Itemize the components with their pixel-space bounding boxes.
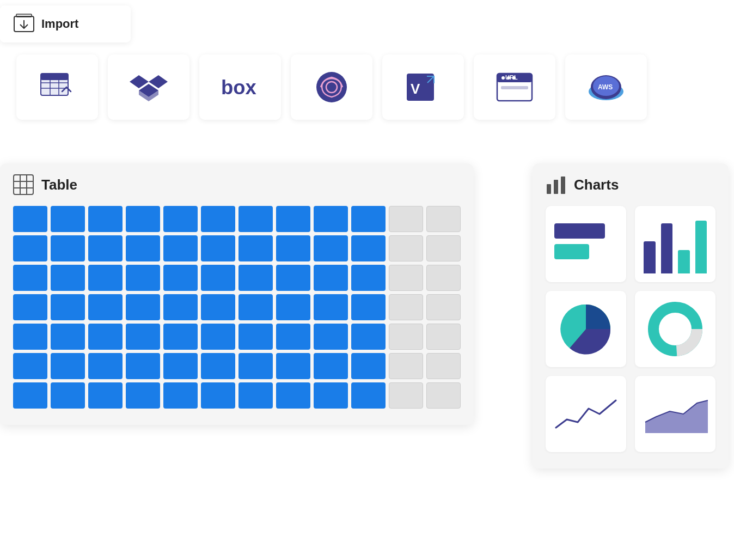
table-row <box>351 235 386 261</box>
chart-tile-donut[interactable] <box>635 291 715 367</box>
table-row <box>351 206 386 232</box>
table-row <box>314 324 348 350</box>
table-row <box>389 206 423 232</box>
table-row <box>426 353 461 379</box>
table-row <box>88 235 123 261</box>
table-row <box>163 324 198 350</box>
table-row <box>126 324 160 350</box>
table-row <box>88 353 123 379</box>
chart-tile-area[interactable] <box>635 376 715 452</box>
table-row <box>201 294 235 320</box>
source-tile-aws[interactable]: AWS <box>565 54 647 120</box>
svg-rect-4 <box>41 74 68 80</box>
svg-rect-24 <box>501 86 528 89</box>
table-row <box>51 382 85 409</box>
table-row <box>88 324 123 350</box>
source-tile-adobe-cc[interactable] <box>291 54 372 120</box>
table-row <box>88 294 123 320</box>
dropbox-icon <box>130 71 168 104</box>
table-row <box>389 353 423 379</box>
table-row <box>389 294 423 320</box>
table-row <box>13 294 47 320</box>
chart-tile-horizontal-bar[interactable] <box>546 206 626 282</box>
line-chart <box>553 392 619 436</box>
aws-icon: AWS <box>587 71 625 104</box>
table-row <box>163 235 198 261</box>
table-row <box>126 294 160 320</box>
table-row <box>126 206 160 232</box>
table-row <box>351 353 386 379</box>
table-row <box>51 206 85 232</box>
table-row <box>163 206 198 232</box>
donut-chart <box>648 302 702 356</box>
charts-card-header: Charts <box>546 174 715 195</box>
table-row <box>126 265 160 291</box>
table-row <box>13 235 47 261</box>
table-row <box>389 382 423 409</box>
table-row <box>126 353 160 379</box>
table-row <box>276 353 310 379</box>
table-row <box>238 353 273 379</box>
svg-rect-36 <box>554 180 558 194</box>
charts-grid <box>546 206 715 452</box>
table-row <box>314 294 348 320</box>
charts-label: Charts <box>574 176 619 193</box>
table-row <box>276 235 310 261</box>
table-row <box>426 382 461 409</box>
svg-point-21 <box>501 76 505 80</box>
source-tile-url[interactable]: URL <box>474 54 555 120</box>
table-row <box>426 206 461 232</box>
table-row <box>163 382 198 409</box>
table-row <box>201 353 235 379</box>
box-icon: box <box>221 71 259 104</box>
source-tile-dropbox[interactable] <box>108 54 189 120</box>
chart-tile-line[interactable] <box>546 376 626 452</box>
table-row <box>389 324 423 350</box>
table-row <box>351 294 386 320</box>
chart-tile-pie[interactable] <box>546 291 626 367</box>
source-tile-visio[interactable]: V <box>382 54 464 120</box>
sources-row: box V URL <box>16 54 647 120</box>
table-row <box>201 324 235 350</box>
table-row <box>51 265 85 291</box>
table-row <box>426 235 461 261</box>
svg-text:URL: URL <box>505 74 518 81</box>
table-row <box>276 324 310 350</box>
table-label: Table <box>41 176 77 193</box>
pie-chart <box>559 302 613 356</box>
table-row <box>314 265 348 291</box>
table-row <box>238 206 273 232</box>
table-row <box>13 324 47 350</box>
table-row <box>426 324 461 350</box>
table-row <box>13 353 47 379</box>
table-row <box>88 265 123 291</box>
chart-tile-vertical-bar[interactable] <box>635 206 715 282</box>
table-row <box>51 294 85 320</box>
spreadsheet-icon <box>38 71 76 104</box>
table-row <box>238 294 273 320</box>
svg-marker-42 <box>645 400 708 433</box>
source-tile-box[interactable]: box <box>199 54 281 120</box>
table-row <box>426 294 461 320</box>
table-row <box>126 235 160 261</box>
table-row <box>13 265 47 291</box>
table-row <box>426 265 461 291</box>
table-row <box>88 382 123 409</box>
table-row <box>276 382 310 409</box>
svg-rect-35 <box>547 184 551 194</box>
table-header-icon <box>13 174 34 195</box>
table-row <box>13 206 47 232</box>
table-row <box>51 324 85 350</box>
source-tile-spreadsheet[interactable] <box>16 54 98 120</box>
table-grid <box>13 206 461 409</box>
table-row <box>126 382 160 409</box>
import-label: Import <box>41 17 78 31</box>
table-row <box>276 206 310 232</box>
table-row <box>51 235 85 261</box>
table-row <box>201 382 235 409</box>
table-row <box>163 353 198 379</box>
table-row <box>351 324 386 350</box>
table-row <box>238 382 273 409</box>
import-section[interactable]: Import <box>0 5 131 42</box>
area-chart <box>643 392 708 436</box>
